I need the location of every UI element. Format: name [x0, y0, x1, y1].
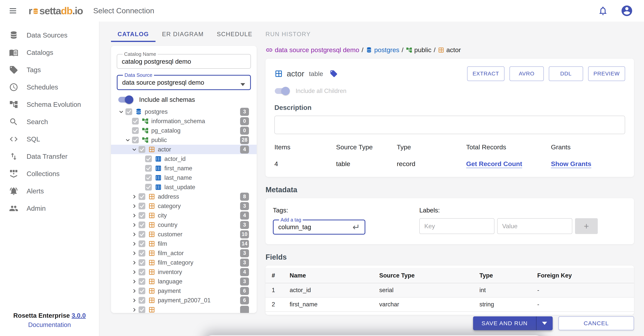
tree-row[interactable]: public 28 [111, 135, 257, 145]
tree-row[interactable]: last_name [111, 173, 257, 182]
tree-row[interactable]: address 8 [111, 192, 257, 201]
chevron-icon[interactable] [131, 203, 138, 209]
chevron-icon[interactable] [131, 193, 138, 200]
documentation-link[interactable]: Documentation [0, 320, 99, 330]
checkbox[interactable] [138, 240, 145, 247]
chevron-icon[interactable] [131, 212, 138, 219]
add-tag-field[interactable]: Add a tag column_tag ↵ [273, 217, 365, 235]
checkbox[interactable] [145, 156, 152, 162]
tag-input[interactable]: column_tag [278, 223, 311, 231]
checkbox[interactable] [138, 278, 145, 285]
chevron-icon[interactable] [131, 146, 138, 153]
tree-row[interactable]: city 4 [111, 211, 257, 220]
chevron-icon[interactable] [131, 259, 138, 266]
checkbox[interactable] [132, 118, 139, 125]
tree-row[interactable]: customer 10 [111, 230, 257, 239]
tree-row[interactable] [111, 305, 257, 313]
description-input[interactable] [274, 116, 625, 134]
tree-row[interactable]: postgres 3 [111, 107, 257, 116]
chevron-icon[interactable] [131, 278, 138, 285]
checkbox[interactable] [145, 174, 152, 181]
tree-row[interactable]: category 3 [111, 201, 257, 211]
tree-row[interactable]: film 14 [111, 239, 257, 248]
checkbox[interactable] [138, 212, 145, 219]
tree-row[interactable]: film_category 3 [111, 258, 257, 267]
checkbox[interactable] [138, 203, 145, 209]
app-logo[interactable]: rsettadb.io [28, 5, 83, 16]
checkbox[interactable] [132, 127, 139, 134]
catalog-name-field[interactable]: Catalog Name catalog postgresql demo [117, 51, 251, 69]
tab-schedule[interactable]: SCHEDULE [210, 28, 259, 42]
chevron-down-icon[interactable] [536, 316, 553, 330]
chevron-icon[interactable] [124, 137, 131, 143]
checkbox[interactable] [138, 146, 145, 153]
action-button-preview[interactable]: PREVIEW [588, 66, 625, 81]
chevron-icon[interactable] [131, 231, 138, 238]
tree-row[interactable]: information_schema 0 [111, 116, 257, 126]
sidebar-item-data-transfer[interactable]: Data Transfer [0, 148, 99, 165]
tree-row[interactable]: actor 4 [111, 145, 257, 154]
chevron-icon[interactable] [131, 250, 138, 257]
checkbox[interactable] [138, 297, 145, 304]
version-link[interactable]: 3.0.0 [72, 312, 86, 319]
checkbox[interactable] [126, 108, 132, 115]
tag-icon[interactable] [330, 70, 338, 78]
tree-row[interactable]: pg_catalog 0 [111, 126, 257, 135]
tree-row[interactable]: actor_id [111, 154, 257, 164]
breadcrumb-data-source[interactable]: data source postgresql demo [266, 46, 359, 54]
tree-row[interactable]: film_actor 3 [111, 248, 257, 258]
show-grants-link[interactable]: Show Grants [551, 160, 625, 168]
tree-row[interactable]: country 3 [111, 220, 257, 230]
sidebar-item-search[interactable]: Search [0, 113, 99, 131]
action-button-extract[interactable]: EXTRACT [467, 66, 504, 81]
save-and-run-button[interactable]: SAVE AND RUN [473, 316, 553, 330]
checkbox[interactable] [145, 165, 152, 172]
action-button-avro[interactable]: AVRO [510, 66, 544, 81]
chevron-icon[interactable] [131, 307, 138, 313]
sidebar-item-schedules[interactable]: Schedules [0, 79, 99, 96]
checkbox[interactable] [138, 250, 145, 257]
tree-row[interactable]: language 3 [111, 277, 257, 286]
tree-row[interactable]: first_name [111, 164, 257, 173]
checkbox[interactable] [138, 288, 145, 294]
sidebar-item-catalogs[interactable]: Catalogs [0, 44, 99, 61]
breadcrumb-schema[interactable]: public [406, 46, 432, 54]
sidebar-item-admin[interactable]: Admin [0, 200, 99, 217]
chevron-icon[interactable] [131, 269, 138, 275]
tree-row[interactable]: last_update [111, 182, 257, 192]
checkbox[interactable] [132, 137, 139, 143]
sidebar-item-alerts[interactable]: Alerts [0, 182, 99, 200]
bell-icon[interactable] [598, 5, 608, 16]
get-record-count-link[interactable]: Get Record Count [466, 160, 551, 168]
checkbox[interactable] [138, 259, 145, 266]
sidebar-item-tags[interactable]: Tags [0, 61, 99, 79]
include-all-children-toggle[interactable] [274, 87, 290, 95]
chevron-icon[interactable] [131, 297, 138, 304]
tab-run-history[interactable]: RUN HISTORY [259, 28, 317, 42]
tree-row[interactable]: payment_p2007_01 6 [111, 296, 257, 305]
chevron-icon[interactable] [131, 288, 138, 294]
tree-row[interactable]: inventory 4 [111, 267, 257, 277]
catalog-name-input[interactable]: catalog postgresql demo [121, 57, 247, 66]
tab-er-diagram[interactable]: ER DIAGRAM [156, 28, 210, 42]
sidebar-item-data-sources[interactable]: Data Sources [0, 26, 99, 44]
include-all-schemas-toggle[interactable] [118, 95, 133, 104]
checkbox[interactable] [138, 269, 145, 275]
tree-row[interactable]: payment 6 [111, 286, 257, 296]
action-button-ddl[interactable]: DDL [549, 66, 583, 81]
data-source-select[interactable]: Data Source data source postgresql demo [117, 72, 251, 90]
avatar[interactable] [620, 4, 633, 17]
breadcrumb-database[interactable]: postgres [366, 46, 399, 54]
checkbox[interactable] [145, 184, 152, 190]
menu-icon[interactable] [8, 7, 18, 15]
sidebar-item-schema-evolution[interactable]: Schema Evolution [0, 96, 99, 113]
sidebar-item-collections[interactable]: Collections [0, 165, 99, 182]
add-label-button[interactable]: + [575, 218, 598, 234]
checkbox[interactable] [138, 221, 145, 228]
checkbox[interactable] [138, 193, 145, 200]
breadcrumb-table[interactable]: actor [438, 46, 461, 54]
chevron-icon[interactable] [118, 109, 124, 115]
chevron-icon[interactable] [131, 241, 138, 247]
checkbox[interactable] [138, 231, 145, 238]
sidebar-item-sql[interactable]: SQL [0, 131, 99, 148]
